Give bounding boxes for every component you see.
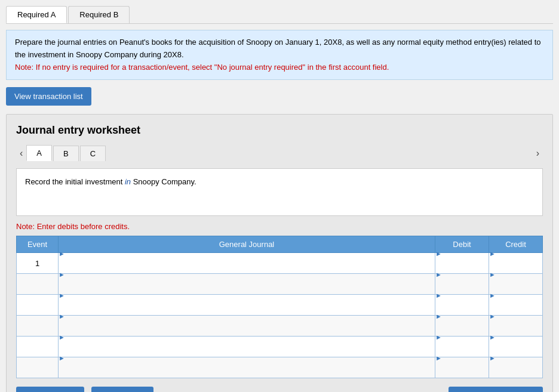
worksheet-card: Journal entry worksheet ‹ A B C › Record…	[6, 114, 553, 392]
credit-cell-1[interactable]: ►	[489, 253, 543, 274]
top-tab-bar: Required A Required B	[6, 6, 553, 24]
clear-entry-button[interactable]: Clear entry	[91, 387, 153, 392]
event-cell-6	[17, 357, 59, 378]
worksheet-title: Journal entry worksheet	[16, 124, 543, 137]
journal-cell-1[interactable]: ►	[59, 253, 435, 274]
bottom-buttons: Record entry Clear entry View general jo…	[16, 387, 543, 392]
col-header-journal: General Journal	[59, 236, 435, 253]
credit-input-3[interactable]	[489, 300, 542, 320]
debit-input-1[interactable]	[435, 258, 489, 278]
credit-input-6[interactable]	[489, 362, 542, 382]
col-header-debit: Debit	[435, 236, 489, 253]
subtab-prev-button[interactable]: ‹	[16, 148, 26, 159]
subtab-next-button[interactable]: ›	[533, 148, 543, 159]
debit-cell-1[interactable]: ►	[435, 253, 489, 274]
tab-required-b[interactable]: Required B	[68, 6, 130, 23]
debit-input-6[interactable]	[435, 362, 489, 382]
event-cell-2	[17, 274, 59, 295]
debit-input-2[interactable]	[435, 279, 489, 299]
col-header-credit: Credit	[489, 236, 543, 253]
transaction-description-text: Record the initial investment in Snoopy …	[25, 177, 196, 186]
journal-input-4[interactable]	[59, 320, 435, 341]
journal-input-5[interactable]	[59, 341, 435, 362]
note-debits-text: Note: Enter debits before credits.	[16, 222, 543, 231]
table-row: 1 ► ► ►	[17, 253, 543, 274]
journal-table: Event General Journal Debit Credit 1 ► ►…	[16, 236, 543, 378]
view-transaction-button[interactable]: View transaction list	[6, 87, 91, 106]
col-header-event: Event	[17, 236, 59, 253]
event-cell-5	[17, 337, 59, 357]
subtab-bar: ‹ A B C ›	[16, 145, 543, 161]
credit-input-1[interactable]	[489, 258, 542, 278]
info-main-text: Prepare the journal entries on Peanut's …	[15, 38, 541, 59]
debit-input-3[interactable]	[435, 300, 489, 320]
view-general-journal-button[interactable]: View general journal	[449, 387, 543, 392]
subtab-c[interactable]: C	[80, 146, 106, 161]
info-box: Prepare the journal entries on Peanut's …	[6, 30, 553, 80]
credit-input-5[interactable]	[489, 341, 542, 362]
event-cell-3	[17, 295, 59, 316]
journal-input-3[interactable]	[59, 300, 435, 320]
journal-input-6[interactable]	[59, 362, 435, 382]
debit-input-4[interactable]	[435, 320, 489, 341]
record-entry-button[interactable]: Record entry	[16, 387, 84, 392]
event-cell-4	[17, 316, 59, 337]
tab-required-a[interactable]: Required A	[6, 6, 67, 23]
main-container: Required A Required B Prepare the journa…	[0, 0, 559, 392]
subtab-a[interactable]: A	[26, 145, 52, 161]
journal-input-2[interactable]	[59, 279, 435, 299]
transaction-description-box: Record the initial investment in Snoopy …	[16, 168, 543, 216]
journal-input-1[interactable]	[59, 258, 435, 278]
credit-input-2[interactable]	[489, 279, 542, 299]
credit-input-4[interactable]	[489, 320, 542, 341]
debit-input-5[interactable]	[435, 341, 489, 362]
info-note-text: Note: If no entry is required for a tran…	[15, 63, 389, 72]
event-cell-1: 1	[17, 253, 59, 274]
subtab-b[interactable]: B	[53, 146, 79, 161]
